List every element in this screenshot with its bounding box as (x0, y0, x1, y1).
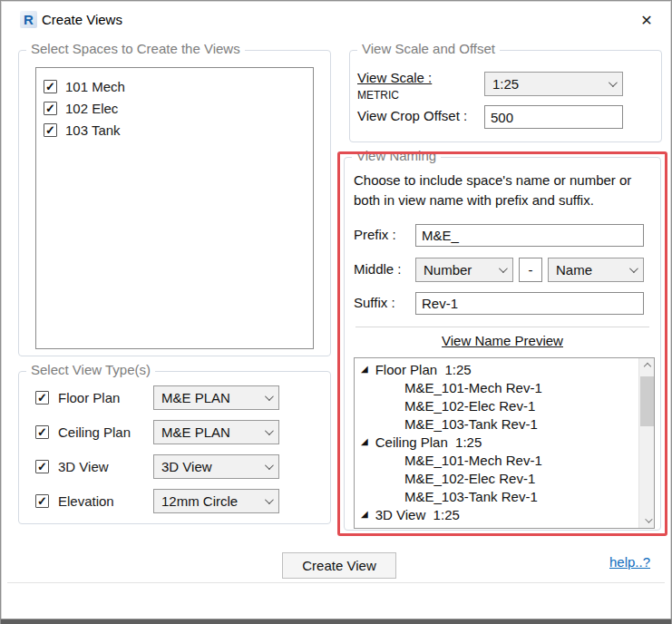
chevron-down-icon (265, 461, 274, 470)
3d-view-type-value: 3D View (161, 459, 265, 474)
metric-unit-label: METRIC (357, 89, 399, 102)
tree-group-label: 3D View 1:25 (375, 507, 460, 522)
view-scale-dropdown[interactable]: 1:25 (484, 72, 623, 96)
3d-view-label: 3D View (58, 459, 109, 474)
chevron-down-icon (499, 264, 508, 273)
view-type-row: ✓ Elevation (35, 489, 114, 513)
middle-second-value: Name (556, 262, 629, 278)
ceiling-plan-type-dropdown[interactable]: M&E PLAN (153, 420, 279, 444)
select-view-types-group-label: Select View Type(s) (26, 362, 155, 377)
chevron-down-icon (609, 78, 618, 87)
suffix-input[interactable] (415, 292, 644, 315)
tree-item-label: M&E_103-Tank Rev-1 (404, 489, 538, 504)
tree-item-label: M&E_103-Tank Rev-1 (404, 416, 538, 432)
space-checkbox[interactable]: ✓ (44, 80, 57, 93)
revit-app-icon: R (20, 11, 37, 28)
close-icon[interactable]: ✕ (633, 8, 660, 32)
preview-tree-rows: ◢ Floor Plan 1:25 M&E_101-Mech Rev-1 M&E… (355, 360, 638, 523)
floor-plan-type-value: M&E PLAN (161, 390, 265, 405)
space-list-item[interactable]: ✓ 101 Mech (36, 75, 313, 97)
middle-label: Middle : (354, 261, 402, 277)
select-spaces-group-label: Select Spaces to Create the Views (26, 41, 245, 56)
create-view-button[interactable]: Create View (282, 552, 396, 579)
middle-separator-input[interactable] (519, 258, 542, 282)
middle-second-dropdown[interactable]: Name (548, 258, 644, 282)
scrollbar-up-icon[interactable] (639, 358, 655, 374)
ceiling-plan-type-value: M&E PLAN (161, 424, 265, 440)
tree-group-row[interactable]: ◢ Ceiling Plan 1:25 (355, 433, 638, 451)
space-checkbox[interactable]: ✓ (44, 123, 57, 137)
space-checkbox[interactable]: ✓ (44, 102, 57, 115)
tree-item-label: M&E_101-Mech Rev-1 (404, 380, 542, 395)
spaces-listbox[interactable]: ✓ 101 Mech ✓ 102 Elec ✓ 103 Tank (35, 67, 314, 349)
select-view-types-group: Select View Type(s) ✓ Floor Plan M&E PLA… (18, 371, 331, 524)
floor-plan-checkbox[interactable]: ✓ (35, 391, 49, 405)
view-naming-group: View Naming Choose to include space's na… (344, 157, 661, 531)
tree-item-label: M&E_102-Elec Rev-1 (404, 471, 535, 486)
view-scale-group-label: View Scale and Offset (357, 41, 500, 56)
prefix-input[interactable] (415, 224, 644, 247)
view-crop-offset-input[interactable] (484, 105, 623, 129)
tree-item-row[interactable]: M&E_101-Mech Rev-1 (355, 451, 638, 469)
view-naming-group-label: View Naming (352, 148, 441, 163)
ceiling-plan-checkbox[interactable]: ✓ (35, 425, 49, 439)
help-link[interactable]: help..? (609, 554, 650, 570)
view-crop-offset-label: View Crop Offset : (357, 108, 467, 123)
scrollbar-down-icon[interactable] (639, 512, 655, 528)
tree-group-label: Ceiling Plan 1:25 (375, 434, 482, 450)
space-list-item[interactable]: ✓ 103 Tank (36, 119, 313, 141)
tree-group-label: Floor Plan 1:25 (375, 362, 472, 377)
tree-item-label: M&E_101-Mech Rev-1 (404, 453, 542, 468)
tree-expander-icon[interactable]: ◢ (361, 510, 368, 519)
space-label: 103 Tank (65, 122, 121, 138)
view-name-preview-title: View Name Preview (345, 333, 660, 348)
tree-item-row[interactable]: M&E_103-Tank Rev-1 (355, 487, 638, 505)
floor-plan-type-dropdown[interactable]: M&E PLAN (153, 385, 279, 410)
tree-group-row[interactable]: ◢ 3D View 1:25 (355, 505, 638, 523)
elevation-checkbox[interactable]: ✓ (35, 494, 49, 508)
space-list-item[interactable]: ✓ 102 Elec (36, 97, 313, 119)
create-views-dialog: R Create Views ✕ Select Spaces to Create… (0, 0, 672, 624)
3d-view-type-dropdown[interactable]: 3D View (153, 454, 279, 479)
naming-description-line1: Choose to include space's name or number… (354, 172, 631, 188)
check-icon: ✓ (37, 392, 47, 404)
naming-description-line2: both in view name with prefix and suffix… (354, 192, 594, 208)
view-type-row: ✓ Floor Plan (35, 385, 120, 410)
window-bottom-edge (1, 619, 671, 624)
footer-separator (7, 582, 665, 583)
view-type-row: ✓ 3D View (35, 454, 109, 479)
elevation-type-value: 12mm Circle (161, 493, 265, 509)
preview-scrollbar[interactable] (638, 358, 654, 528)
naming-separator (355, 327, 649, 327)
middle-first-value: Number (424, 262, 499, 278)
view-scale-group: View Scale and Offset View Scale : METRI… (349, 50, 662, 142)
view-scale-label: View Scale : (357, 70, 432, 85)
check-icon: ✓ (37, 426, 47, 438)
view-name-preview-tree[interactable]: ◢ Floor Plan 1:25 M&E_101-Mech Rev-1 M&E… (354, 357, 655, 529)
3d-view-checkbox[interactable]: ✓ (35, 460, 49, 473)
ceiling-plan-label: Ceiling Plan (58, 424, 131, 440)
elevation-label: Elevation (58, 493, 114, 509)
window-title: Create Views (42, 12, 122, 27)
tree-group-row[interactable]: ◢ Floor Plan 1:25 (355, 360, 638, 378)
tree-item-row[interactable]: M&E_102-Elec Rev-1 (355, 396, 638, 414)
tree-item-row[interactable]: M&E_103-Tank Rev-1 (355, 414, 638, 433)
elevation-type-dropdown[interactable]: 12mm Circle (153, 489, 279, 513)
tree-item-row[interactable]: M&E_101-Mech Rev-1 (355, 378, 638, 396)
space-label: 101 Mech (65, 79, 125, 94)
check-icon: ✓ (37, 461, 47, 473)
tree-expander-icon[interactable]: ◢ (361, 365, 368, 374)
scrollbar-thumb[interactable] (640, 376, 654, 426)
chevron-down-icon (265, 495, 274, 504)
suffix-label: Suffix : (354, 295, 395, 310)
view-scale-value: 1:25 (492, 76, 609, 92)
view-type-row: ✓ Ceiling Plan (35, 420, 131, 444)
check-icon: ✓ (45, 102, 55, 114)
tree-expander-icon[interactable]: ◢ (361, 437, 368, 446)
tree-item-row[interactable]: M&E_102-Elec Rev-1 (355, 469, 638, 487)
check-icon: ✓ (37, 495, 47, 507)
space-label: 102 Elec (65, 101, 118, 116)
chevron-down-icon (265, 392, 274, 401)
check-icon: ✓ (45, 124, 55, 136)
middle-first-dropdown[interactable]: Number (415, 258, 513, 282)
